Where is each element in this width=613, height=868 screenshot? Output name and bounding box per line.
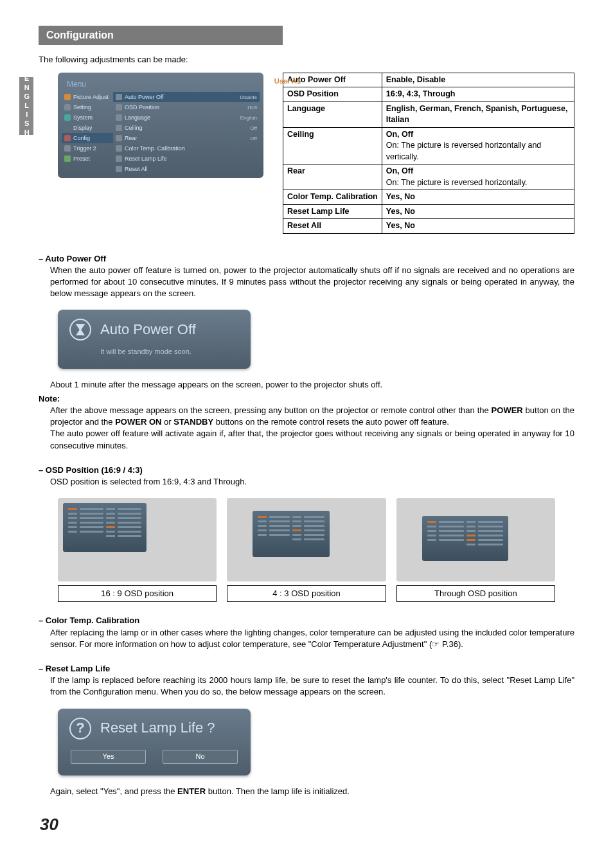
menu-item-label: Preset [73, 155, 90, 163]
reset-callout-title: Reset Lamp Life ? [100, 718, 215, 738]
reset-lamp-callout: ? Reset Lamp Life ? Yes No [58, 709, 251, 775]
menu-item-icon [64, 155, 71, 162]
menu-right-item[interactable]: RearOff [113, 133, 260, 143]
page-number: 30 [40, 813, 574, 836]
note-line-1: After the above message appears on the s… [50, 405, 574, 428]
menu-item-value: Disable [240, 94, 257, 101]
table-row: Color Temp. CalibrationYes, No [283, 190, 574, 205]
intro-text: The following adjustments can be made: [39, 54, 574, 66]
auto-power-off-head: – Auto Power Off [39, 253, 574, 265]
setting-name: Reset Lamp Life [283, 204, 382, 219]
menu-title: Menu [62, 76, 260, 93]
menu-left-item[interactable]: System [62, 112, 113, 123]
menu-left-item[interactable]: Picture Adjust [62, 92, 113, 102]
menu-item-label: Setting [73, 103, 91, 112]
reset-lamp-head: – Reset Lamp Life [39, 663, 574, 675]
osd-mini-menu [63, 503, 147, 552]
menu-left-item[interactable]: Setting [62, 102, 113, 112]
menu-item-icon [116, 114, 122, 121]
setting-value: English, German, French, Spanish, Portug… [382, 102, 574, 127]
color-temp-text: After replacing the lamp or in other cas… [50, 627, 574, 650]
osd-example-43: 4 : 3 OSD position [227, 498, 386, 602]
menu-left-item[interactable]: Preset [62, 154, 113, 164]
menu-item-icon [116, 125, 122, 131]
setting-value: Yes, No [382, 219, 574, 234]
menu-right-item[interactable]: OSD Position16:9 [113, 102, 260, 112]
menu-item-label: Color Temp. Calibration [125, 145, 185, 153]
reset-lamp-text: If the lamp is replaced before reaching … [50, 675, 574, 698]
menu-item-icon [116, 94, 122, 100]
question-icon: ? [69, 718, 91, 740]
menu-left-item[interactable]: Display [62, 123, 113, 133]
no-button[interactable]: No [163, 750, 238, 764]
menu-item-label: Reset Lamp Life [125, 155, 167, 163]
menu-item-value: Off [250, 125, 257, 132]
reset-lamp-after: Again, select "Yes", and press the ENTER… [50, 786, 574, 797]
setting-name: Rear [283, 164, 382, 190]
menu-item-label: Reset All [125, 165, 148, 173]
osd-position-head: – OSD Position (16:9 / 4:3) [39, 465, 574, 476]
setting-name: Ceiling [283, 127, 382, 164]
menu-item-icon [64, 135, 71, 141]
auto-power-off-after: About 1 minute after the message appears… [50, 379, 574, 391]
menu-left-item[interactable]: Trigger 2 [62, 143, 113, 154]
menu-item-icon [116, 104, 122, 111]
osd-mini-menu [253, 511, 330, 557]
projector-menu-screenshot: User A1 Menu Picture AdjustSettingSystem… [58, 73, 263, 179]
table-row: LanguageEnglish, German, French, Spanish… [283, 102, 574, 127]
menu-right-item[interactable]: Auto Power OffDisable [113, 92, 260, 102]
menu-item-label: Trigger 2 [73, 145, 96, 153]
osd-label-169: 16 : 9 OSD position [58, 585, 217, 602]
osd-example-through: Through OSD position [396, 498, 555, 602]
menu-item-icon [64, 125, 71, 131]
menu-item-value: Off [250, 135, 257, 142]
page-content: Configuration The following adjustments … [39, 26, 574, 836]
setting-value: Yes, No [382, 190, 574, 205]
menu-right-item[interactable]: Color Temp. Calibration [113, 143, 260, 154]
auto-power-off-p1: When the auto power off feature is turne… [50, 265, 574, 300]
menu-left-item[interactable]: Config [62, 133, 113, 143]
note-line-2: The auto power off feature will activate… [50, 428, 574, 451]
setting-name: Language [283, 102, 382, 127]
menu-right-item[interactable]: Reset All [113, 164, 260, 174]
menu-item-label: Rear [125, 134, 138, 143]
menu-right-item[interactable]: LanguageEnglish [113, 112, 260, 123]
menu-item-icon [64, 145, 71, 152]
osd-position-text: OSD position is selected from 16:9, 4:3 … [50, 476, 574, 488]
menu-item-label: Language [125, 114, 150, 122]
auto-power-off-callout: Auto Power Off It will be standby mode s… [58, 310, 251, 368]
hourglass-icon [69, 319, 91, 341]
settings-table: Auto Power OffEnable, DisableOSD Positio… [283, 73, 574, 234]
table-row: CeilingOn, OffOn: The picture is reverse… [283, 127, 574, 164]
osd-label-43: 4 : 3 OSD position [227, 585, 386, 602]
menu-right-item[interactable]: Reset Lamp Life [113, 154, 260, 164]
menu-item-icon [64, 94, 71, 100]
yes-button[interactable]: Yes [71, 750, 146, 764]
menu-item-value: English [240, 114, 257, 121]
note-label: Note: [39, 393, 574, 405]
setting-name: Color Temp. Calibration [283, 190, 382, 205]
osd-label-through: Through OSD position [396, 585, 555, 602]
callout-subtext: It will be standby mode soon. [58, 344, 251, 368]
osd-examples-row: 16 : 9 OSD position 4 : 3 OSD position [58, 498, 555, 602]
menu-item-label: Display [73, 124, 93, 132]
setting-name: Reset All [283, 219, 382, 234]
menu-item-icon [116, 166, 122, 172]
menu-item-label: Auto Power Off [125, 93, 164, 102]
table-row: Auto Power OffEnable, Disable [283, 73, 574, 87]
menu-item-label: System [73, 114, 93, 122]
menu-item-icon [64, 104, 71, 111]
setting-value: Yes, No [382, 204, 574, 219]
callout-title: Auto Power Off [100, 320, 196, 340]
table-row: RearOn, OffOn: The picture is reversed h… [283, 164, 574, 190]
osd-example-169: 16 : 9 OSD position [58, 498, 217, 602]
menu-item-label: OSD Position [125, 103, 159, 112]
user-badge: User A1 [274, 76, 301, 86]
setting-name: OSD Position [283, 87, 382, 102]
language-side-tab: ENGLISH [19, 77, 33, 135]
menu-right-item[interactable]: CeilingOff [113, 123, 260, 133]
setting-value: On, OffOn: The picture is reversed horiz… [382, 127, 574, 164]
menu-item-label: Config [73, 134, 90, 143]
table-row: Reset AllYes, No [283, 219, 574, 234]
menu-item-icon [64, 114, 71, 121]
